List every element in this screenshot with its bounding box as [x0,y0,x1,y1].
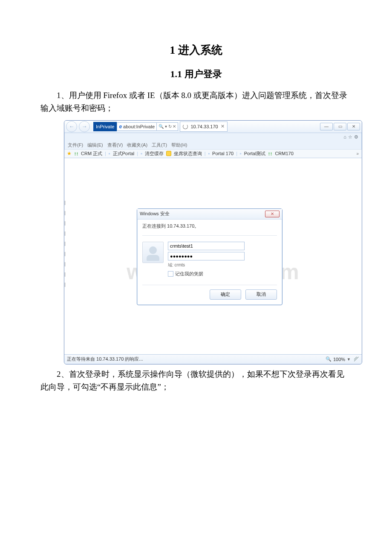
password-input[interactable] [168,252,245,260]
tools-gear-icon[interactable]: ⚙ [354,134,358,140]
dialog-info-text: 正在连接到 10.74.33.170。 [142,223,277,236]
zoom-dropdown-icon[interactable]: ▼ [347,357,351,361]
dialog-titlebar: Windows 安全 ✕ [137,209,282,220]
page-icon: ▫ [240,151,242,156]
favorites-star-icon[interactable]: ☆ [348,134,352,140]
tab-title: 10.74.33.170 [190,124,218,129]
ie-browser-window: ← → InPrivate e about:InPrivate 🔍 ▾ ↻ ✕ … [64,120,362,364]
page-icon: ▫ [141,151,142,156]
close-button[interactable]: ✕ [347,123,360,130]
separator: | [105,151,106,156]
dialog-close-button[interactable]: ✕ [265,211,280,217]
favorite-link[interactable]: 正式Portal [113,150,135,157]
separator: | [205,151,206,156]
separator: | [236,151,237,156]
credentials-dialog: Windows 安全 ✕ 正在连接到 10.74.33.170。 域: crmt… [137,208,282,305]
paragraph-1: 1、用户使用 Firefox 或者 IE（版本 8.0 或更高版本）进入问题管理… [40,89,352,115]
toolbar-icons: ⌂ ☆ ⚙ [64,133,362,141]
screenshot-figure: ← → InPrivate e about:InPrivate 🔍 ▾ ↻ ✕ … [64,120,362,364]
resize-grip-icon [354,357,359,362]
page-icon: ▫ [109,151,110,156]
favorite-link[interactable]: CRM170 [275,151,293,156]
browser-titlebar: ← → InPrivate e about:InPrivate 🔍 ▾ ↻ ✕ … [64,121,362,133]
minimize-button[interactable]: — [320,123,333,130]
status-text: 正在等待来自 10.74.33.170 的响应... [67,356,143,362]
ok-button[interactable]: 确定 [210,289,241,300]
remember-label: 记住我的凭据 [175,271,203,277]
maximize-button[interactable]: ▭ [334,123,346,130]
menu-view[interactable]: 查看(V) [107,142,123,148]
back-button[interactable]: ← [66,121,77,132]
dialog-title-text: Windows 安全 [140,211,170,217]
heading-1: 1 进入系统 [40,43,352,58]
address-bar: InPrivate e about:InPrivate 🔍 ▾ ↻ ✕ 10.7… [93,122,318,131]
credential-fields: 域: crmts 记住我的凭据 [168,242,245,277]
favorite-link[interactable]: Portal 170 [212,151,233,156]
menu-favorites[interactable]: 收藏夹(A) [127,142,147,148]
menu-tools[interactable]: 工具(T) [152,142,167,148]
dialog-button-row: 确定 取消 [142,285,277,300]
page-icon: ▫ [208,151,210,156]
remember-row[interactable]: 记住我的凭据 [168,271,245,277]
favorites-star-icon[interactable]: ★ [67,150,72,156]
menu-help[interactable]: 帮助(H) [171,142,187,148]
separator: | [137,151,138,156]
username-input[interactable] [168,242,245,250]
site-icon: ⫶⫶ [268,151,272,156]
page-icon [166,151,171,156]
browser-tab[interactable]: 10.74.33.170 ✕ [180,121,227,132]
site-icon: ⫶⫶ [74,151,78,156]
forward-button[interactable]: → [79,121,90,132]
document-page: 1 进入系统 1.1 用户登录 1、用户使用 Firefox 或者 IE（版本 … [0,0,392,416]
window-controls: — ▭ ✕ [320,123,360,130]
left-edge-marks [64,201,66,287]
menu-bar: 文件(F) 编辑(E) 查看(V) 收藏夹(A) 工具(T) 帮助(H) [64,141,362,149]
menu-edit[interactable]: 编辑(E) [87,142,103,148]
inprivate-badge: InPrivate [93,122,117,131]
magnifier-icon: 🔍 [326,356,331,362]
favorite-link[interactable]: 清空缓存 [145,150,164,157]
status-bar: 正在等待来自 10.74.33.170 的响应... 🔍 100% ▼ [64,354,362,364]
paragraph-2: 2、首次登录时，系统显示操作向导（微软提供的），如果不想下次登录再次看见此向导，… [40,368,352,394]
credentials-row: 域: crmts 记住我的凭据 [142,242,277,277]
cancel-button[interactable]: 取消 [245,289,277,300]
home-icon[interactable]: ⌂ [343,134,346,139]
domain-label: 域: crmts [168,262,245,268]
ie-logo-icon: e [119,124,122,130]
menu-file[interactable]: 文件(F) [68,142,83,148]
loading-spinner-icon [183,124,188,129]
tab-close-icon[interactable]: ✕ [221,124,225,129]
remember-checkbox[interactable] [168,271,173,277]
address-box[interactable]: e about:InPrivate [117,122,157,131]
favorite-link[interactable]: 坐席状态查询 [174,150,202,157]
favorite-link[interactable]: CRM 正式 [81,150,102,157]
user-avatar-icon [142,242,164,263]
zoom-control[interactable]: 🔍 100% ▼ [326,356,359,362]
dialog-body: 正在连接到 10.74.33.170。 域: crmts 记住我的凭据 [137,220,282,305]
favorites-bar: ★ ⫶⫶ CRM 正式 | ▫ 正式Portal | ▫ 清空缓存 坐席状态查询… [64,149,362,158]
browser-content-area: www.bdocx.com Windows 安全 ✕ 正在连接到 10.74.3… [64,158,362,354]
address-text: about:InPrivate [123,124,155,129]
zoom-value: 100% [333,357,345,362]
heading-2: 1.1 用户登录 [40,68,352,81]
favorite-link[interactable]: Portal测试 [244,150,266,157]
address-action-icons[interactable]: 🔍 ▾ ↻ ✕ [157,122,178,131]
favorites-overflow-icon[interactable]: » [356,151,359,156]
